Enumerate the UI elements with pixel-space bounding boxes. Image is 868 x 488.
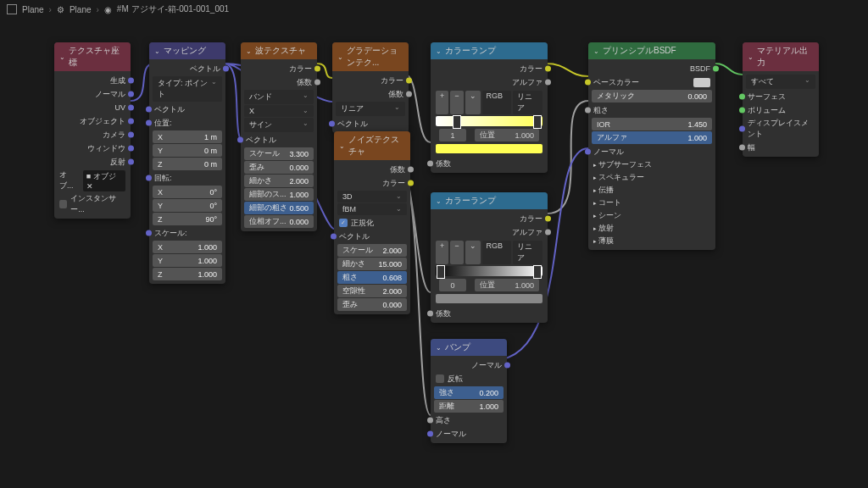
checkbox-invert[interactable]: 反転 (431, 372, 507, 385)
field-lacun[interactable]: 空隙性2.000 (337, 285, 407, 297)
field-x[interactable]: X1.000 (153, 241, 222, 253)
socket-out[interactable]: カラー (431, 62, 548, 75)
field-detail[interactable]: 細かさ15.000 (337, 258, 407, 270)
socket-out[interactable]: オブジェクト (54, 114, 131, 128)
remove-button[interactable]: − (450, 241, 463, 264)
ramp-tools[interactable]: +−⌄RGBリニア (436, 91, 542, 114)
socket-out[interactable]: UV (54, 101, 131, 114)
node-header[interactable]: ⌄波テクスチャ (241, 42, 317, 59)
interp-select[interactable]: リニア (513, 241, 542, 264)
ramp-gradient[interactable] (436, 116, 542, 126)
add-button[interactable]: + (436, 91, 448, 114)
checkbox-normalize[interactable]: ✓正規化 (334, 216, 410, 230)
node-header[interactable]: ⌄マテリアル出力 (743, 42, 819, 71)
dropdown[interactable]: バンド (244, 90, 314, 104)
socket-in[interactable]: ノーマル (588, 145, 715, 158)
socket-in[interactable]: ベクトル (241, 133, 317, 147)
socket-out[interactable]: カラー (241, 62, 317, 75)
group-collapse[interactable]: シーン (588, 209, 715, 222)
field-x[interactable]: X1 m (153, 130, 222, 143)
field-phase[interactable]: 位相オフ...0.000 (244, 215, 314, 228)
field-y[interactable]: Y0 m (153, 144, 222, 157)
socket-out[interactable]: ベクトル (149, 62, 225, 75)
node-header[interactable]: ⌄グラデーションテク... (332, 42, 409, 71)
node-header[interactable]: ⌄プリンシプルBSDF (588, 42, 715, 59)
field-rough[interactable]: 粗さ0.608 (337, 271, 407, 284)
group-collapse[interactable]: スペキュラー (588, 171, 715, 184)
field-ior[interactable]: IOR1.450 (592, 118, 712, 130)
ramp-swatch[interactable] (436, 144, 542, 153)
socket-in[interactable]: 係数 (431, 157, 548, 170)
ramp-tools[interactable]: +−⌄RGBリニア (436, 241, 542, 264)
dropdown[interactable]: 3D (337, 191, 407, 202)
dropdown[interactable]: fBM (337, 203, 407, 215)
socket-out[interactable]: カラー (431, 212, 548, 225)
node-colorramp-1[interactable]: ⌄カラーランプ カラー アルファ +−⌄RGBリニア 1位置1.000 係数 (431, 42, 548, 173)
socket-out[interactable]: 係数 (334, 163, 410, 176)
group-collapse[interactable]: サブサーフェス (588, 158, 715, 171)
dropdown[interactable]: リニア (336, 102, 405, 116)
socket-out[interactable]: アルファ (431, 75, 548, 89)
node-gradient[interactable]: ⌄グラデーションテク... カラー 係数 リニア ベクトル (332, 42, 409, 133)
ramp-gradient[interactable] (436, 266, 542, 276)
node-header[interactable]: ⌄ノイズテクスチャ (334, 131, 410, 160)
field-scale[interactable]: スケール2.000 (337, 244, 407, 257)
field-y[interactable]: Y0° (153, 199, 222, 212)
node-tex-coord[interactable]: ⌄テクスチャ座標 生成 ノーマル UV オブジェクト カメラ ウィンドウ 反射 … (54, 42, 131, 219)
dropdown[interactable]: サイン (244, 118, 314, 132)
group-collapse[interactable]: 薄膜 (588, 235, 715, 247)
ramp-pos[interactable]: 位置1.000 (475, 279, 539, 291)
mode-select[interactable]: RGB (482, 91, 512, 114)
dropdown-target[interactable]: すべて (746, 75, 815, 89)
field-detail-s[interactable]: 細部のス...1.000 (244, 188, 314, 201)
socket-out[interactable]: BSDF (588, 62, 715, 75)
field-distort[interactable]: 歪み0.000 (244, 161, 314, 174)
node-editor[interactable]: ⌄テクスチャ座標 生成 ノーマル UV オブジェクト カメラ ウィンドウ 反射 … (0, 17, 868, 488)
socket-out[interactable]: 反射 (54, 155, 131, 169)
socket-out[interactable]: ノーマル (54, 87, 131, 101)
add-button[interactable]: + (436, 241, 448, 264)
socket-in[interactable]: ディスプレイスメント (743, 117, 819, 141)
breadcrumb-item[interactable]: #M アジサイ-箱-001-001_001 (117, 3, 229, 15)
field-scale[interactable]: スケール3.300 (244, 147, 314, 160)
node-header[interactable]: ⌄テクスチャ座標 (54, 42, 131, 71)
field-alpha[interactable]: アルファ1.000 (592, 131, 712, 144)
node-noise[interactable]: ⌄ノイズテクスチャ 係数 カラー 3D fBM ✓正規化 ベクトル スケール2.… (334, 131, 410, 314)
socket-out[interactable]: 係数 (332, 87, 409, 101)
node-mapping[interactable]: ⌄マッピング ベクトル タイプ: ポイント ベクトル 位置: X1 m Y0 m… (149, 42, 225, 284)
mode-select[interactable]: RGB (482, 241, 512, 264)
socket-in[interactable]: ベースカラー (588, 75, 715, 89)
socket-in[interactable]: 高さ (431, 413, 507, 427)
ramp-index[interactable]: 0 (439, 279, 466, 291)
socket-out[interactable]: カメラ (54, 128, 131, 141)
socket-in[interactable]: ベクトル (332, 117, 409, 130)
ramp-swatch[interactable] (436, 294, 542, 303)
field-detail[interactable]: 細かさ2.000 (244, 175, 314, 187)
field-z[interactable]: Z0 m (153, 158, 222, 170)
breadcrumb-item[interactable]: Plane (22, 5, 44, 14)
field-detail-r[interactable]: 細部の粗さ0.500 (244, 202, 314, 214)
field-z[interactable]: Z90° (153, 213, 222, 225)
dropdown[interactable]: X (244, 105, 314, 117)
socket-in[interactable]: 係数 (431, 307, 548, 320)
field-y[interactable]: Y1.000 (153, 254, 222, 267)
group-collapse[interactable]: コート (588, 197, 715, 209)
node-wave-tex[interactable]: ⌄波テクスチャ カラー 係数 バンド X サイン ベクトル スケール3.300 … (241, 42, 317, 231)
interp-select[interactable]: リニア (513, 91, 542, 114)
node-header[interactable]: ⌄カラーランプ (431, 42, 548, 59)
node-header[interactable]: ⌄マッピング (149, 42, 225, 59)
node-bump[interactable]: ⌄バンプ ノーマル 反転 強さ0.200 距離1.000 高さ ノーマル (431, 339, 507, 443)
ramp-index[interactable]: 1 (439, 129, 466, 141)
field-x[interactable]: X0° (153, 186, 222, 198)
field-metal[interactable]: メタリック0.000 (592, 90, 712, 103)
field-strength[interactable]: 強さ0.200 (434, 386, 504, 399)
ramp-pos[interactable]: 位置1.000 (475, 129, 539, 141)
socket-out[interactable]: カラー (334, 176, 410, 190)
node-material-output[interactable]: ⌄マテリアル出力 すべて サーフェス ボリューム ディスプレイスメント 幅 (743, 42, 819, 157)
remove-button[interactable]: − (450, 91, 463, 114)
node-header[interactable]: ⌄バンプ (431, 339, 507, 356)
socket-out[interactable]: 生成 (54, 74, 131, 87)
socket-in[interactable]: サーフェス (743, 90, 819, 103)
checkbox-row[interactable]: インスタンサー... (54, 192, 131, 216)
color-swatch[interactable] (693, 78, 710, 87)
